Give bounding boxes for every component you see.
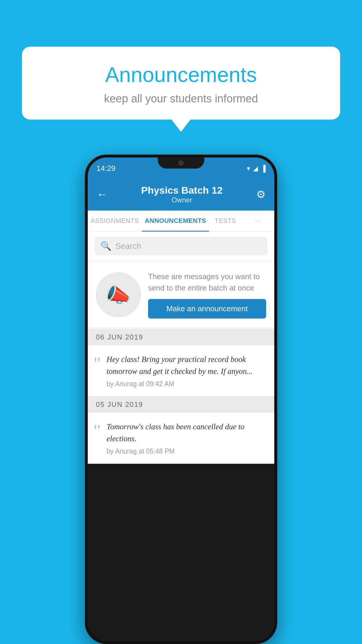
promo-description: These are messages you want to send to t… bbox=[148, 271, 266, 294]
status-bar: 14:29 ▾ ◢ ▐ bbox=[88, 158, 274, 179]
announcement-text-2: Tomorrow's class has been cancelled due … bbox=[107, 421, 266, 444]
announcement-content-2: Tomorrow's class has been cancelled due … bbox=[107, 421, 266, 455]
speech-bubble-card: Announcements keep all your students inf… bbox=[22, 47, 340, 120]
app-header: ← Physics Batch 12 Owner ⚙ bbox=[88, 179, 274, 211]
announcement-item-2[interactable]: " Tomorrow's class has been cancelled du… bbox=[88, 413, 274, 464]
megaphone-circle: 📣 bbox=[96, 272, 141, 317]
status-time: 14:29 bbox=[96, 164, 115, 173]
battery-icon: ▐ bbox=[261, 165, 266, 172]
phone-notch bbox=[158, 158, 204, 169]
search-container: 🔍 Search bbox=[88, 232, 274, 260]
announcement-text-1: Hey class! Bring your practical record b… bbox=[107, 354, 266, 377]
search-bar[interactable]: 🔍 Search bbox=[95, 237, 267, 255]
quote-icon-2: " bbox=[94, 422, 101, 440]
tab-announcements[interactable]: ANNOUNCEMENTS bbox=[142, 211, 209, 231]
tab-bar: ASSIGNMENTS ANNOUNCEMENTS TESTS ··· bbox=[88, 211, 274, 232]
speech-bubble-title: Announcements bbox=[39, 63, 323, 87]
tab-tests[interactable]: TESTS bbox=[209, 211, 242, 231]
search-placeholder: Search bbox=[115, 242, 141, 251]
speech-bubble-section: Announcements keep all your students inf… bbox=[22, 47, 340, 120]
header-title: Physics Batch 12 bbox=[141, 185, 223, 196]
status-icons: ▾ ◢ ▐ bbox=[247, 165, 266, 172]
search-icon: 🔍 bbox=[101, 241, 111, 251]
announcement-content-1: Hey class! Bring your practical record b… bbox=[107, 354, 266, 388]
phone-wrapper: 14:29 ▾ ◢ ▐ ← Physics Batch 12 Owner ⚙ A… bbox=[22, 155, 340, 644]
announcement-meta-1: by Anurag at 09:42 AM bbox=[107, 380, 266, 388]
header-subtitle: Owner bbox=[141, 196, 223, 204]
speech-bubble-subtitle: keep all your students informed bbox=[39, 92, 323, 105]
date-header-1: 06 JUN 2019 bbox=[88, 329, 274, 345]
signal-icon: ◢ bbox=[253, 165, 258, 172]
date-header-2: 05 JUN 2019 bbox=[88, 396, 274, 413]
camera bbox=[178, 160, 184, 166]
announcement-meta-2: by Anurag at 05:48 PM bbox=[107, 447, 266, 455]
wifi-icon: ▾ bbox=[247, 165, 250, 172]
tab-more[interactable]: ··· bbox=[242, 211, 274, 231]
back-button[interactable]: ← bbox=[96, 188, 108, 201]
promo-section: 📣 These are messages you want to send to… bbox=[88, 262, 274, 327]
megaphone-icon: 📣 bbox=[106, 283, 131, 307]
settings-icon[interactable]: ⚙ bbox=[256, 188, 266, 201]
quote-icon-1: " bbox=[94, 355, 101, 372]
promo-content: These are messages you want to send to t… bbox=[148, 271, 266, 318]
announcement-item-1[interactable]: " Hey class! Bring your practical record… bbox=[88, 345, 274, 396]
header-center: Physics Batch 12 Owner bbox=[141, 185, 223, 204]
make-announcement-button[interactable]: Make an announcement bbox=[148, 299, 266, 318]
content-area: 🔍 Search 📣 These are messages you want t… bbox=[88, 232, 274, 464]
phone-mockup: 14:29 ▾ ◢ ▐ ← Physics Batch 12 Owner ⚙ A… bbox=[85, 155, 277, 644]
tab-assignments[interactable]: ASSIGNMENTS bbox=[88, 211, 142, 231]
